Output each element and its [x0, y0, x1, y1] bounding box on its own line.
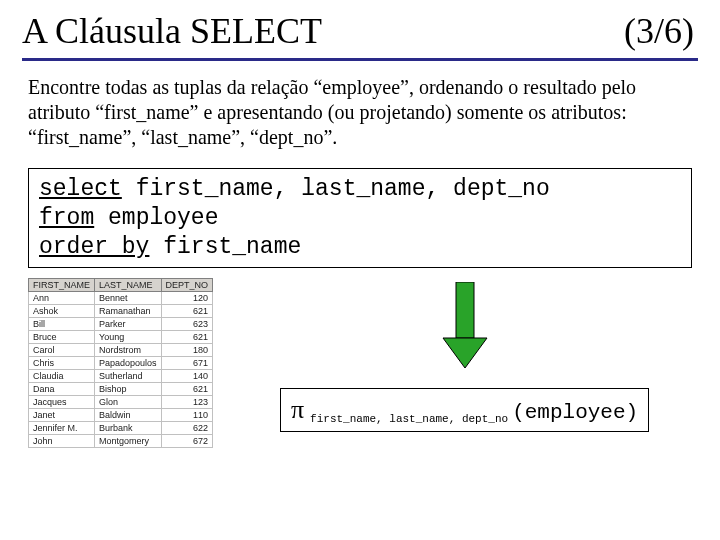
- arrow-down-icon: [439, 282, 491, 372]
- sql-line-orderby: order by first_name: [39, 233, 681, 262]
- table-header-cell: DEPT_NO: [161, 279, 213, 292]
- table-cell: Bruce: [29, 331, 95, 344]
- table-cell: Bennet: [95, 292, 162, 305]
- table-cell: 123: [161, 396, 213, 409]
- table-header-cell: FIRST_NAME: [29, 279, 95, 292]
- right-block: π first_name, last_name, dept_no (employ…: [237, 278, 692, 432]
- sql-select-columns: first_name, last_name, dept_no: [122, 176, 550, 202]
- table-row: JacquesGlon123: [29, 396, 213, 409]
- slide-description: Encontre todas as tuplas da relação “emp…: [28, 75, 692, 150]
- table-cell: Burbank: [95, 422, 162, 435]
- table-cell: Chris: [29, 357, 95, 370]
- table-cell: Baldwin: [95, 409, 162, 422]
- pi-subscript: first_name, last_name, dept_no: [310, 413, 508, 425]
- table-cell: Young: [95, 331, 162, 344]
- slide-title: A Cláusula SELECT: [22, 10, 322, 52]
- table-cell: John: [29, 435, 95, 448]
- table-row: Jennifer M.Burbank622: [29, 422, 213, 435]
- table-row: ClaudiaSutherland140: [29, 370, 213, 383]
- table-cell: Glon: [95, 396, 162, 409]
- table-row: BillParker623: [29, 318, 213, 331]
- slide-header: A Cláusula SELECT (3/6): [22, 10, 698, 61]
- table-row: JanetBaldwin110: [29, 409, 213, 422]
- slide-pager: (3/6): [624, 10, 694, 52]
- table-cell: 621: [161, 383, 213, 396]
- pi-symbol: π: [291, 395, 304, 425]
- table-cell: Claudia: [29, 370, 95, 383]
- table-row: CarolNordstrom180: [29, 344, 213, 357]
- table-row: BruceYoung621: [29, 331, 213, 344]
- table-cell: Nordstrom: [95, 344, 162, 357]
- table-cell: 180: [161, 344, 213, 357]
- table-cell: 120: [161, 292, 213, 305]
- sql-line-from: from employee: [39, 204, 681, 233]
- table-cell: Janet: [29, 409, 95, 422]
- table-cell: Ramanathan: [95, 305, 162, 318]
- table-cell: 622: [161, 422, 213, 435]
- table-cell: 671: [161, 357, 213, 370]
- relational-algebra-box: π first_name, last_name, dept_no (employ…: [280, 388, 649, 432]
- sql-keyword-select: select: [39, 176, 122, 202]
- table-row: JohnMontgomery672: [29, 435, 213, 448]
- sql-keyword-from: from: [39, 205, 94, 231]
- table-cell: Carol: [29, 344, 95, 357]
- table-cell: Bill: [29, 318, 95, 331]
- table-cell: Dana: [29, 383, 95, 396]
- sql-orderby-column: first_name: [149, 234, 301, 260]
- table-cell: Sutherland: [95, 370, 162, 383]
- table-row: ChrisPapadopoulos671: [29, 357, 213, 370]
- table-row: AshokRamanathan621: [29, 305, 213, 318]
- table-cell: Montgomery: [95, 435, 162, 448]
- table-cell: Ashok: [29, 305, 95, 318]
- table-cell: 110: [161, 409, 213, 422]
- table-cell: Jacques: [29, 396, 95, 409]
- bottom-area: FIRST_NAMELAST_NAMEDEPT_NO AnnBennet120A…: [28, 278, 692, 448]
- table-cell: Bishop: [95, 383, 162, 396]
- table-cell: Papadopoulos: [95, 357, 162, 370]
- table-cell: Ann: [29, 292, 95, 305]
- table-row: AnnBennet120: [29, 292, 213, 305]
- table-cell: 672: [161, 435, 213, 448]
- table-cell: Jennifer M.: [29, 422, 95, 435]
- sql-code-box: select first_name, last_name, dept_no fr…: [28, 168, 692, 268]
- result-table: FIRST_NAMELAST_NAMEDEPT_NO AnnBennet120A…: [28, 278, 213, 448]
- sql-line-select: select first_name, last_name, dept_no: [39, 175, 681, 204]
- sql-keyword-orderby: order by: [39, 234, 149, 260]
- svg-rect-0: [456, 282, 474, 338]
- table-cell: Parker: [95, 318, 162, 331]
- table-row: DanaBishop621: [29, 383, 213, 396]
- sql-from-relation: employee: [94, 205, 218, 231]
- table-header-cell: LAST_NAME: [95, 279, 162, 292]
- pi-relation: (employee): [512, 401, 638, 424]
- table-cell: 621: [161, 331, 213, 344]
- table-cell: 621: [161, 305, 213, 318]
- table-cell: 623: [161, 318, 213, 331]
- svg-marker-1: [443, 338, 487, 368]
- table-cell: 140: [161, 370, 213, 383]
